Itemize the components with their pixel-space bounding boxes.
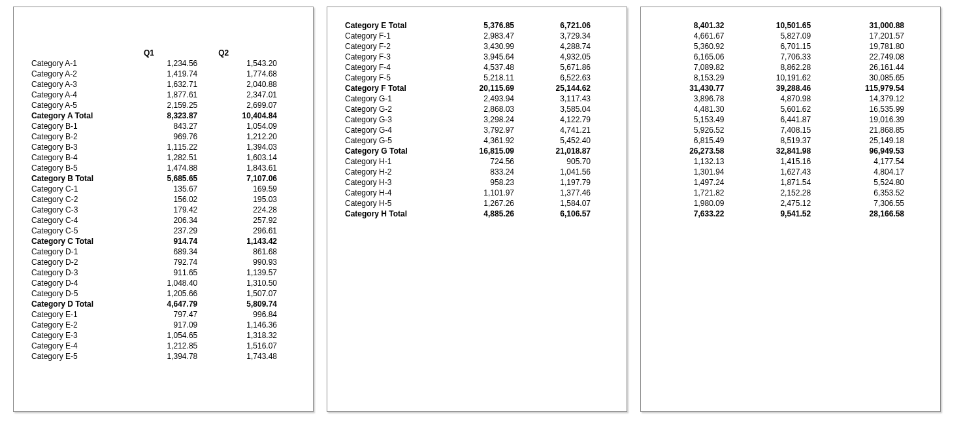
row-label: Category A-1 xyxy=(30,58,144,69)
row-label: Category D-2 xyxy=(30,257,144,267)
table-row: Category E-41,212.851,516.07 xyxy=(30,341,297,351)
cell-q1: 911.65 xyxy=(144,267,217,278)
cell-q1: 689.34 xyxy=(144,246,217,257)
table-row: Category C-4206.34257.92 xyxy=(30,215,297,226)
cell-q1: 16,815.09 xyxy=(457,146,534,156)
cell-q2: 1,197.79 xyxy=(534,177,610,188)
row-label: Category D-5 xyxy=(30,288,144,299)
table-row: Category B-31,115.221,394.03 xyxy=(30,142,297,152)
cell-q1: 914.74 xyxy=(144,236,217,246)
page-1: Q1 Q2 Category A-11,234.561,543.20Catego… xyxy=(13,7,314,412)
cell-q1: 1,101.97 xyxy=(457,188,534,198)
row-label: Category H-2 xyxy=(344,167,457,177)
cell-c3: 31,000.88 xyxy=(830,20,924,31)
cell-q1: 1,877.61 xyxy=(144,90,217,100)
row-label: Category B-3 xyxy=(30,142,144,152)
row-label: Category A-4 xyxy=(30,90,144,100)
cell-q1: 135.67 xyxy=(144,184,217,194)
row-label: Category H-5 xyxy=(344,198,457,209)
cell-q1: 1,205.66 xyxy=(144,288,217,299)
cell-c2: 9,541.52 xyxy=(744,209,831,219)
cell-q2: 1,377.46 xyxy=(534,188,610,198)
cell-q2: 1,318.32 xyxy=(217,330,297,341)
cell-c1: 26,273.58 xyxy=(657,146,744,156)
table-row: Category G Total16,815.0921,018.87 xyxy=(344,146,610,156)
cell-q2: 6,522.63 xyxy=(534,73,610,83)
cell-q1: 5,218.11 xyxy=(457,73,534,83)
row-label: Category G-1 xyxy=(344,94,457,104)
cell-q1: 4,885.26 xyxy=(457,209,534,219)
row-label: Category A-2 xyxy=(30,69,144,79)
table-row: 26,273.5832,841.9896,949.53 xyxy=(657,146,924,156)
table-row: 1,980.092,475.127,306.55 xyxy=(657,198,924,209)
cell-q1: 5,685.65 xyxy=(144,173,217,184)
cell-q1: 1,419.74 xyxy=(144,69,217,79)
cell-c2: 6,441.87 xyxy=(744,114,831,125)
table-row: 1,497.241,871.545,524.80 xyxy=(657,177,924,188)
cell-q2: 1,054.09 xyxy=(217,121,297,131)
table-row: Category B-51,474.881,843.61 xyxy=(30,163,297,173)
col-q1-header: Q1 xyxy=(144,48,217,58)
row-label: Category B-2 xyxy=(30,131,144,142)
table-row: Category H-3958.231,197.79 xyxy=(344,177,610,188)
cell-q2: 4,741.21 xyxy=(534,125,610,135)
cell-q2: 1,310.50 xyxy=(217,278,297,288)
table-page-2: Category E Total5,376.856,721.06Category… xyxy=(344,20,610,219)
cell-q2: 861.68 xyxy=(217,246,297,257)
table-row: Category D-41,048.401,310.50 xyxy=(30,278,297,288)
table-row: Category G-22,868.033,585.04 xyxy=(344,104,610,114)
cell-q1: 2,868.03 xyxy=(457,104,534,114)
cell-c3: 26,161.44 xyxy=(830,62,924,73)
row-label: Category C-1 xyxy=(30,184,144,194)
cell-q2: 6,106.57 xyxy=(534,209,610,219)
cell-c1: 7,633.22 xyxy=(657,209,744,219)
cell-q1: 1,234.56 xyxy=(144,58,217,69)
cell-q1: 1,054.65 xyxy=(144,330,217,341)
table-row: Category F-33,945.644,932.05 xyxy=(344,52,610,62)
row-label: Category C-2 xyxy=(30,194,144,205)
cell-q2: 1,603.14 xyxy=(217,152,297,163)
row-label: Category H Total xyxy=(344,209,457,219)
table-row: 3,896.784,870.9814,379.12 xyxy=(657,94,924,104)
cell-c3: 17,201.57 xyxy=(830,31,924,41)
table-row: Category D-3911.651,139.57 xyxy=(30,267,297,278)
table-row: 8,401.3210,501.6531,000.88 xyxy=(657,20,924,31)
cell-q1: 1,115.22 xyxy=(144,142,217,152)
cell-q1: 843.27 xyxy=(144,121,217,131)
cell-q1: 1,212.85 xyxy=(144,341,217,351)
row-label: Category B-5 xyxy=(30,163,144,173)
cell-q2: 5,452.40 xyxy=(534,135,610,146)
table-row: Category B Total5,685.657,107.06 xyxy=(30,173,297,184)
cell-q2: 1,041.56 xyxy=(534,167,610,177)
cell-q2: 2,699.07 xyxy=(217,100,297,110)
table-row: 5,926.527,408.1521,868.85 xyxy=(657,125,924,135)
cell-c2: 10,191.62 xyxy=(744,73,831,83)
cell-q2: 1,143.42 xyxy=(217,236,297,246)
table-row: Category B-1843.271,054.09 xyxy=(30,121,297,131)
cell-c3: 22,749.08 xyxy=(830,52,924,62)
col-q2-header: Q2 xyxy=(217,48,297,58)
row-label: Category A-3 xyxy=(30,79,144,90)
cell-c3: 30,085.65 xyxy=(830,73,924,83)
cell-q2: 1,516.07 xyxy=(217,341,297,351)
row-label: Category E-2 xyxy=(30,320,144,330)
row-label: Category C-5 xyxy=(30,226,144,236)
cell-c3: 96,949.53 xyxy=(830,146,924,156)
cell-q1: 1,394.78 xyxy=(144,351,217,362)
table-row: Category A Total8,323.8710,404.84 xyxy=(30,110,297,121)
table-row: Category D-51,205.661,507.07 xyxy=(30,288,297,299)
row-label: Category B-1 xyxy=(30,121,144,131)
table-row: Category D Total4,647.795,809.74 xyxy=(30,299,297,309)
cell-c2: 32,841.98 xyxy=(744,146,831,156)
table-row: Category G-33,298.244,122.79 xyxy=(344,114,610,125)
table-row: Category C Total914.741,143.42 xyxy=(30,236,297,246)
cell-q2: 7,107.06 xyxy=(217,173,297,184)
cell-q2: 169.59 xyxy=(217,184,297,194)
table-row: Category C-2156.02195.03 xyxy=(30,194,297,205)
row-label: Category D-4 xyxy=(30,278,144,288)
row-label: Category G-5 xyxy=(344,135,457,146)
cell-q1: 4,647.79 xyxy=(144,299,217,309)
table-row: Category E-51,394.781,743.48 xyxy=(30,351,297,362)
table-row: 7,633.229,541.5228,166.58 xyxy=(657,209,924,219)
cell-c3: 19,781.80 xyxy=(830,41,924,52)
